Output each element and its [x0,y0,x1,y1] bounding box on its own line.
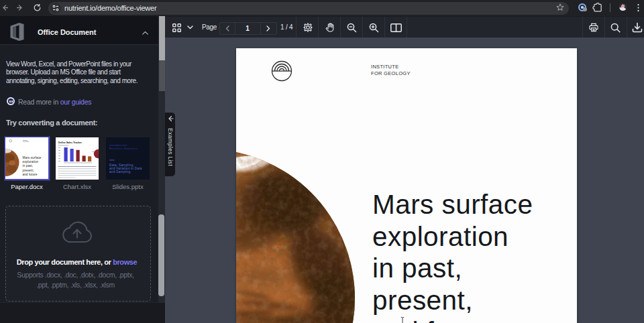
svg-text:Online Sales Tracker: Online Sales Tracker [58,141,83,144]
svg-text:in past,: in past, [23,164,34,168]
svg-text:and future: and future [23,173,38,176]
svg-text:Mars surface: Mars surface [23,156,42,159]
svg-text:Business Statistics: Business Statistics [109,147,138,150]
svg-text:and Sampling: and Sampling [109,170,131,174]
svg-text:exploration: exploration [23,160,39,164]
svg-text:present,: present, [23,169,35,172]
